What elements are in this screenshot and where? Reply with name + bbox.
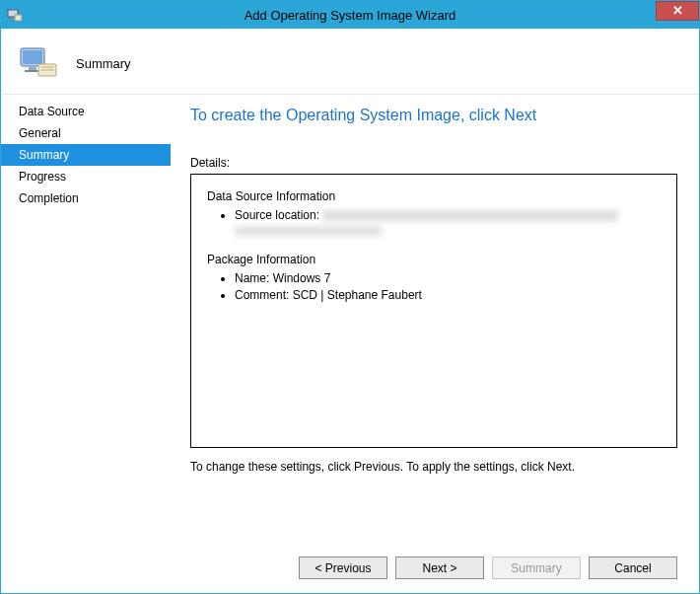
source-location-row: Source location: bbox=[235, 207, 661, 224]
svg-rect-9 bbox=[40, 69, 54, 71]
sidebar-item-progress[interactable]: Progress bbox=[1, 166, 171, 187]
source-location-value-redacted-line2 bbox=[235, 226, 383, 236]
package-name-label: Name: bbox=[235, 271, 269, 285]
wizard-window: Add Operating System Image Wizard ✕ Summ… bbox=[0, 0, 700, 594]
data-source-list: Source location: bbox=[207, 207, 661, 224]
package-name-value: Windows 7 bbox=[273, 271, 331, 285]
source-location-label: Source location: bbox=[235, 208, 319, 222]
details-label: Details: bbox=[190, 156, 677, 170]
package-list: Name: Windows 7 Comment: SCD | Stephane … bbox=[207, 270, 661, 304]
computer-icon bbox=[19, 42, 60, 84]
wizard-header: Summary bbox=[1, 29, 699, 95]
main-panel: To create the Operating System Image, cl… bbox=[171, 95, 699, 588]
page-title: Summary bbox=[76, 56, 131, 71]
summary-button: Summary bbox=[492, 557, 581, 579]
previous-button[interactable]: < Previous bbox=[299, 557, 387, 579]
close-button[interactable]: ✕ bbox=[656, 1, 699, 21]
svg-rect-4 bbox=[23, 50, 42, 64]
svg-rect-8 bbox=[40, 66, 54, 68]
main-heading: To create the Operating System Image, cl… bbox=[190, 107, 677, 124]
sidebar-item-general[interactable]: General bbox=[1, 122, 171, 144]
source-location-value-redacted bbox=[322, 210, 618, 221]
data-source-section-title: Data Source Information bbox=[207, 188, 661, 205]
details-box: Data Source Information Source location:… bbox=[190, 174, 677, 448]
svg-rect-2 bbox=[15, 15, 22, 21]
next-button[interactable]: Next > bbox=[395, 557, 484, 579]
app-icon bbox=[7, 7, 23, 23]
svg-rect-5 bbox=[29, 67, 36, 70]
package-comment-value: SCD | Stephane Faubert bbox=[293, 288, 422, 302]
titlebar: Add Operating System Image Wizard ✕ bbox=[1, 1, 699, 29]
package-name-row: Name: Windows 7 bbox=[235, 270, 661, 287]
sidebar-item-summary[interactable]: Summary bbox=[1, 144, 171, 166]
package-comment-label: Comment: bbox=[235, 288, 289, 302]
sidebar-item-data-source[interactable]: Data Source bbox=[1, 101, 171, 122]
wizard-body: Data Source General Summary Progress Com… bbox=[1, 95, 699, 588]
hint-text: To change these settings, click Previous… bbox=[190, 460, 677, 474]
sidebar: Data Source General Summary Progress Com… bbox=[1, 95, 171, 588]
window-title: Add Operating System Image Wizard bbox=[1, 8, 699, 23]
cancel-button[interactable]: Cancel bbox=[589, 557, 677, 579]
button-row: < Previous Next > Summary Cancel bbox=[299, 557, 677, 579]
close-icon: ✕ bbox=[672, 3, 683, 18]
package-section-title: Package Information bbox=[207, 252, 661, 268]
sidebar-item-completion[interactable]: Completion bbox=[1, 187, 171, 209]
package-comment-row: Comment: SCD | Stephane Faubert bbox=[235, 287, 661, 304]
